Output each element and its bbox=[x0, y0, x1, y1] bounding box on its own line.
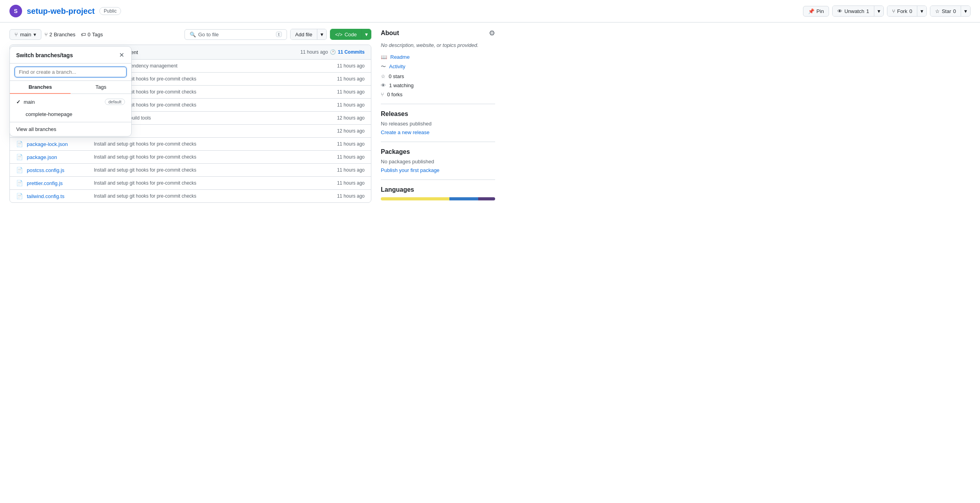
branch-tabs: Branches Tags bbox=[10, 81, 131, 94]
commit-time: 11 hours ago bbox=[300, 49, 328, 55]
header-actions: 📌 Pin 👁 Unwatch 1 ▾ ⑂ Fork 0 ▾ ☆ Star 0 bbox=[803, 6, 971, 17]
branch-name: main bbox=[24, 99, 35, 105]
readme-link[interactable]: Readme bbox=[390, 54, 410, 60]
tab-branches[interactable]: Branches bbox=[10, 81, 71, 94]
file-time: 11 hours ago bbox=[325, 141, 365, 147]
commits-link[interactable]: 11 Commits bbox=[338, 49, 365, 55]
ts-language-seg bbox=[449, 197, 478, 200]
fork-button[interactable]: ⑂ Fork 0 bbox=[887, 6, 917, 16]
file-row: 📄 package.json Install and setup git hoo… bbox=[10, 151, 371, 164]
branch-item-complete-homepage[interactable]: complete-homepage bbox=[10, 108, 131, 120]
branch-selector[interactable]: ⑂ main ▾ bbox=[9, 29, 41, 40]
tab-tags[interactable]: Tags bbox=[71, 81, 131, 93]
watching-count: 1 watching bbox=[389, 82, 414, 88]
commit-meta: 11 hours ago 🕐 11 Commits bbox=[300, 49, 365, 55]
branch-count-icon: ⑂ bbox=[45, 32, 48, 37]
branch-list: ✓ main default complete-homepage bbox=[10, 94, 131, 122]
watching-icon: 👁 bbox=[381, 82, 386, 88]
create-release-link[interactable]: Create a new release bbox=[381, 129, 430, 135]
publish-package-link[interactable]: Publish your first package bbox=[381, 167, 440, 173]
file-name[interactable]: prettier.config.js bbox=[27, 180, 90, 186]
watching-item: 👁 1 watching bbox=[381, 82, 495, 88]
unwatch-button[interactable]: 👁 Unwatch 1 bbox=[833, 6, 874, 16]
branch-dropdown-header: Switch branches/tags ✕ bbox=[10, 47, 131, 64]
activity-item: 〜 Activity bbox=[381, 63, 495, 70]
activity-link[interactable]: Activity bbox=[389, 64, 405, 69]
code-arrow[interactable]: ▾ bbox=[361, 29, 371, 39]
pin-button[interactable]: 📌 Pin bbox=[803, 6, 829, 17]
book-icon: 📖 bbox=[381, 54, 387, 60]
file-time: 11 hours ago bbox=[325, 167, 365, 173]
file-name[interactable]: package.json bbox=[27, 154, 90, 160]
file-row: 📄 package-lock.json Install and setup gi… bbox=[10, 138, 371, 151]
releases-desc: No releases published bbox=[381, 121, 495, 127]
about-title: About bbox=[381, 30, 399, 37]
file-name[interactable]: tailwind.config.ts bbox=[27, 193, 90, 199]
branch-search-input[interactable] bbox=[15, 67, 127, 77]
languages-title: Languages bbox=[381, 186, 495, 193]
file-doc-icon: 📄 bbox=[16, 167, 23, 173]
file-time: 11 hours ago bbox=[325, 102, 365, 108]
sidebar: About ⚙ No description, website, or topi… bbox=[381, 29, 495, 213]
visibility-badge: Public bbox=[99, 7, 121, 15]
branch-item-main[interactable]: ✓ main default bbox=[10, 95, 131, 108]
releases-title: Releases bbox=[381, 110, 495, 118]
file-row: 📄 prettier.config.js Install and setup g… bbox=[10, 177, 371, 190]
file-commit: Install and setup git hooks for pre-comm… bbox=[94, 167, 321, 173]
file-row: 📄 postcss.config.js Install and setup gi… bbox=[10, 164, 371, 177]
about-section: About ⚙ No description, website, or topi… bbox=[381, 29, 495, 104]
file-time: 11 hours ago bbox=[325, 180, 365, 186]
forks-icon: ⑂ bbox=[381, 92, 384, 97]
star-button[interactable]: ☆ Star 0 bbox=[930, 6, 961, 16]
file-doc-icon: 📄 bbox=[16, 154, 23, 160]
eye-icon: 👁 bbox=[837, 8, 842, 14]
sidebar-meta-items: 📖 Readme 〜 Activity ☆ 0 stars 👁 1 watchi… bbox=[381, 54, 495, 97]
file-time: 12 hours ago bbox=[325, 115, 365, 121]
file-commit: Install and setup git hooks for pre-comm… bbox=[94, 141, 321, 147]
about-header: About ⚙ bbox=[381, 29, 495, 37]
css-language-seg bbox=[478, 197, 496, 200]
file-row: 📄 tailwind.config.ts Install and setup g… bbox=[10, 190, 371, 202]
language-bar bbox=[381, 197, 495, 200]
file-name[interactable]: postcss.config.js bbox=[27, 167, 90, 173]
code-button[interactable]: </> Code bbox=[330, 29, 361, 39]
add-file-arrow[interactable]: ▾ bbox=[317, 29, 326, 39]
stars-item: ☆ 0 stars bbox=[381, 73, 495, 79]
repo-title[interactable]: setup-web-project bbox=[27, 7, 95, 16]
forks-item: ⑂ 0 forks bbox=[381, 92, 495, 97]
file-time: 11 hours ago bbox=[325, 193, 365, 199]
packages-desc: No packages published bbox=[381, 159, 495, 165]
file-time: 11 hours ago bbox=[325, 89, 365, 95]
fork-dropdown-arrow[interactable]: ▾ bbox=[917, 6, 926, 16]
languages-section: Languages bbox=[381, 186, 495, 207]
file-time: 11 hours ago bbox=[325, 76, 365, 82]
tags-link[interactable]: 🏷 0 Tags bbox=[81, 32, 103, 37]
file-commit: Install and setup git hooks for pre-comm… bbox=[94, 154, 321, 160]
readme-item: 📖 Readme bbox=[381, 54, 495, 60]
main-layout: ⑂ main ▾ ⑂ 2 Branches 🏷 0 Tags 🔍 Go bbox=[0, 22, 505, 219]
file-doc-icon: 📄 bbox=[16, 141, 23, 147]
branch-switcher-dropdown: Switch branches/tags ✕ Branches Tags ✓ m… bbox=[9, 46, 132, 137]
tag-icon: 🏷 bbox=[81, 32, 86, 37]
star-icon: ☆ bbox=[935, 8, 940, 14]
unwatch-dropdown-arrow[interactable]: ▾ bbox=[874, 6, 883, 16]
view-all-branches[interactable]: View all branches bbox=[10, 122, 131, 136]
file-commit: Install and setup git hooks for pre-comm… bbox=[94, 193, 321, 199]
packages-section: Packages No packages published Publish y… bbox=[381, 148, 495, 180]
add-file-button[interactable]: Add file bbox=[291, 29, 317, 39]
branch-icon: ⑂ bbox=[15, 32, 18, 37]
pin-icon: 📌 bbox=[808, 8, 814, 14]
default-badge: default bbox=[105, 99, 125, 105]
file-commit: Install and setup git hooks for pre-comm… bbox=[94, 180, 321, 186]
file-name[interactable]: package-lock.json bbox=[27, 141, 90, 147]
go-to-file-search[interactable]: 🔍 Go to file t bbox=[184, 29, 287, 40]
check-mark-icon: ✓ bbox=[16, 99, 20, 105]
settings-icon[interactable]: ⚙ bbox=[489, 29, 495, 37]
toolbar: ⑂ main ▾ ⑂ 2 Branches 🏷 0 Tags 🔍 Go bbox=[9, 29, 371, 40]
branches-link[interactable]: ⑂ 2 Branches bbox=[45, 32, 75, 37]
file-time: 12 hours ago bbox=[325, 128, 365, 134]
search-icon: 🔍 bbox=[190, 32, 196, 37]
branch-name: complete-homepage bbox=[26, 111, 73, 117]
star-dropdown-arrow[interactable]: ▾ bbox=[961, 6, 970, 16]
close-button[interactable]: ✕ bbox=[118, 51, 125, 59]
